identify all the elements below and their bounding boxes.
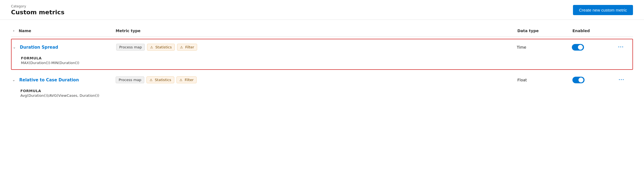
metrics-table-container: › Name Metric type Data type Enabled ⌄ D… <box>0 20 644 107</box>
relative-to-case-duration-name-link[interactable]: Relative to Case Duration <box>19 78 79 82</box>
relative-filter-badge: ⚠Filter <box>176 76 197 83</box>
relative-to-case-duration-row-wrapper: ⌄ Relative to Case Duration Process map … <box>11 72 633 102</box>
relative-to-case-duration-toggle[interactable] <box>572 77 585 83</box>
duration-spread-data-type: Time <box>517 45 572 49</box>
duration-spread-chevron-icon[interactable]: ⌄ <box>12 45 17 50</box>
duration-spread-name-cell: ⌄ Duration Spread <box>12 45 116 50</box>
relative-to-case-duration-formula-value: Avg(Duration())/AVG(ViewCases, Duration(… <box>20 93 633 98</box>
table-header: › Name Metric type Data type Enabled <box>11 25 633 37</box>
duration-spread-process-map-badge: Process map <box>116 44 145 51</box>
data-type-column-header: Data type <box>517 29 572 33</box>
category-label: Category <box>11 4 64 8</box>
relative-to-case-duration-name-cell: ⌄ Relative to Case Duration <box>11 77 116 83</box>
duration-spread-statistics-badge: ⚠Statistics <box>147 44 175 51</box>
relative-to-case-duration-data-type: Float <box>517 78 572 82</box>
relative-filter-warning-icon: ⚠ <box>180 78 183 82</box>
statistics-warning-icon: ⚠ <box>150 45 154 49</box>
relative-to-case-duration-main-row: ⌄ Relative to Case Duration Process map … <box>11 72 633 88</box>
duration-spread-row-wrapper: ⌄ Duration Spread Process map ⚠Statistic… <box>11 39 633 70</box>
relative-to-case-duration-more-button[interactable]: ··· <box>616 76 627 84</box>
duration-spread-formula-label: FORMULA <box>21 56 632 60</box>
relative-to-case-duration-enabled-cell <box>572 77 616 83</box>
duration-spread-enabled-cell <box>572 44 616 51</box>
relative-to-case-duration-type-cell: Process map ⚠Statistics ⚠Filter <box>116 76 517 83</box>
relative-to-case-duration-formula-row: FORMULA Avg(Duration())/AVG(ViewCases, D… <box>11 88 633 102</box>
relative-to-case-duration-formula-label: FORMULA <box>20 89 633 93</box>
duration-spread-formula-value: MAX(Duration())-MIN(Duration()) <box>21 61 632 65</box>
relative-process-map-badge: Process map <box>116 76 144 83</box>
relative-to-case-duration-chevron-icon[interactable]: ⌄ <box>11 77 17 83</box>
duration-spread-name-link[interactable]: Duration Spread <box>20 45 58 50</box>
duration-spread-toggle[interactable] <box>572 44 584 51</box>
header-left: Category Custom metrics <box>11 4 64 16</box>
relative-statistics-badge: ⚠Statistics <box>146 76 174 83</box>
create-new-custom-metric-button[interactable]: Create new custom metric <box>573 5 633 15</box>
page-header: Category Custom metrics Create new custo… <box>0 0 644 20</box>
metric-type-column-header: Metric type <box>116 29 517 33</box>
duration-spread-formula-row: FORMULA MAX(Duration())-MIN(Duration()) <box>12 55 632 69</box>
relative-to-case-duration-more-cell: ··· <box>616 76 633 84</box>
filter-warning-icon: ⚠ <box>180 45 184 49</box>
enabled-column-header: Enabled <box>572 29 616 33</box>
page-title: Custom metrics <box>11 9 64 16</box>
duration-spread-filter-badge: ⚠Filter <box>177 44 197 51</box>
duration-spread-main-row: ⌄ Duration Spread Process map ⚠Statistic… <box>12 39 632 55</box>
relative-statistics-warning-icon: ⚠ <box>150 78 153 82</box>
duration-spread-type-cell: Process map ⚠Statistics ⚠Filter <box>116 44 517 51</box>
duration-spread-more-cell: ··· <box>616 43 632 51</box>
name-column-header: › Name <box>11 28 116 34</box>
expand-all-icon[interactable]: › <box>11 28 17 34</box>
duration-spread-more-button[interactable]: ··· <box>616 43 626 51</box>
